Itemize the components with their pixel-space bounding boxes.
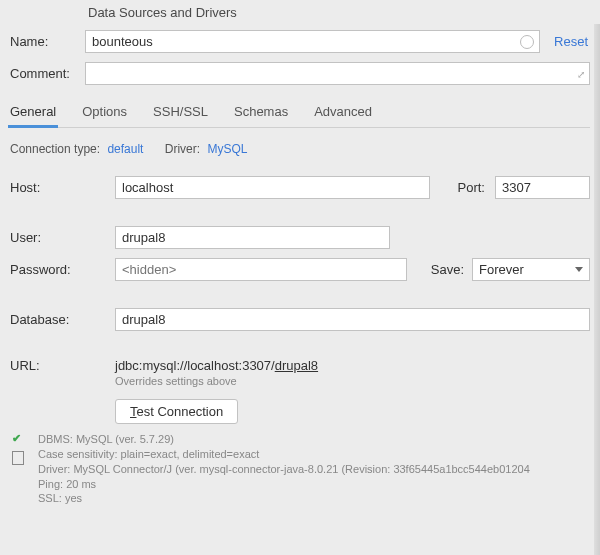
panel-divider [594, 24, 600, 555]
status-case: Case sensitivity: plain=exact, delimited… [38, 447, 590, 462]
driver-label: Driver: [165, 142, 200, 156]
password-label: Password: [10, 262, 115, 277]
url-prefix-text: jdbc:mysql://localhost:3307/ [115, 358, 275, 373]
window-title: Data Sources and Drivers [0, 0, 600, 24]
name-label: Name: [10, 34, 85, 49]
tab-advanced[interactable]: Advanced [314, 100, 372, 127]
url-input[interactable]: jdbc:mysql://localhost:3307/drupal8 [115, 358, 590, 373]
save-dropdown[interactable]: Forever [472, 258, 590, 281]
reset-link[interactable]: Reset [554, 34, 588, 49]
comment-label: Comment: [10, 66, 85, 81]
save-dropdown-value: Forever [479, 262, 524, 277]
user-input[interactable] [115, 226, 390, 249]
name-row: Name: Reset [10, 30, 590, 53]
test-connection-button[interactable]: Test Connection [115, 399, 238, 424]
connection-type-label: Connection type: [10, 142, 100, 156]
status-driver: Driver: MySQL Connector/J (ver. mysql-co… [38, 462, 590, 477]
database-label: Database: [10, 312, 115, 327]
dialog-window: Data Sources and Drivers Name: Reset Com… [0, 0, 600, 555]
port-label: Port: [458, 180, 485, 195]
url-hint: Overrides settings above [115, 375, 590, 387]
host-row: Host: Port: [10, 176, 590, 199]
url-row: URL: jdbc:mysql://localhost:3307/drupal8 [10, 358, 590, 373]
database-row: Database: [10, 308, 590, 331]
tab-schemas[interactable]: Schemas [234, 100, 288, 127]
main-panel: Name: Reset Comment: ⤢ General Options S… [0, 24, 600, 516]
url-label: URL: [10, 358, 115, 373]
connection-status: ✔ DBMS: MySQL (ver. 5.7.29) Case sensiti… [10, 432, 590, 506]
connection-type-link[interactable]: default [107, 142, 143, 156]
tab-ssh-ssl[interactable]: SSH/SSL [153, 100, 208, 127]
driver-link[interactable]: MySQL [207, 142, 247, 156]
save-label: Save: [431, 262, 464, 277]
host-label: Host: [10, 180, 115, 195]
host-input[interactable] [115, 176, 430, 199]
status-ping: Ping: 20 ms [38, 477, 590, 492]
success-check-icon: ✔ [12, 432, 38, 445]
connection-info: Connection type: default Driver: MySQL [10, 128, 590, 162]
status-ssl: SSL: yes [38, 491, 590, 506]
user-label: User: [10, 230, 115, 245]
tab-general[interactable]: General [10, 100, 56, 127]
password-row: Password: Save: Forever [10, 258, 590, 281]
copy-icon[interactable] [12, 451, 24, 465]
database-input[interactable] [115, 308, 590, 331]
port-input[interactable] [495, 176, 590, 199]
tab-options[interactable]: Options [82, 100, 127, 127]
tab-bar: General Options SSH/SSL Schemas Advanced [10, 94, 590, 128]
url-db-text: drupal8 [275, 358, 318, 373]
user-row: User: [10, 226, 590, 249]
comment-row: Comment: ⤢ [10, 62, 590, 85]
comment-input[interactable] [85, 62, 590, 85]
color-indicator-icon[interactable] [520, 35, 534, 49]
password-input[interactable] [115, 258, 407, 281]
status-dbms: DBMS: MySQL (ver. 5.7.29) [38, 432, 590, 447]
chevron-down-icon [575, 267, 583, 272]
name-input[interactable] [85, 30, 540, 53]
form-area: Host: Port: User: Password: Save: Foreve… [10, 162, 590, 506]
